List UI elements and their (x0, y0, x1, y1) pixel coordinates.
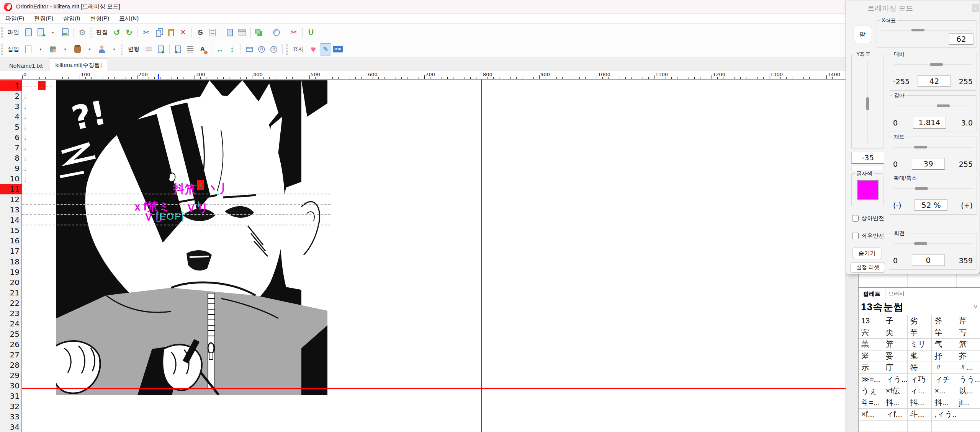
line-number-24[interactable]: 24 (0, 318, 22, 329)
menu-item-0[interactable]: 파일(F) (5, 15, 24, 22)
palette-cell[interactable]: 笄 (883, 339, 908, 350)
document-tab-0[interactable]: NoName1.txt (3, 60, 49, 71)
line-number-34[interactable]: 34 (0, 422, 22, 432)
line-number-30[interactable]: 30 (0, 381, 22, 391)
new-document-icon[interactable] (23, 26, 34, 39)
contrast-slider[interactable] (894, 64, 972, 65)
palette-cell[interactable]: 斧 (932, 315, 956, 327)
paste-icon[interactable] (165, 26, 177, 39)
x-slider-thumb[interactable] (911, 29, 924, 31)
line-number-6[interactable]: 6 (0, 132, 22, 142)
insert-page-icon[interactable] (23, 43, 34, 55)
palette-cell[interactable]: ィ... (908, 385, 932, 397)
menu-item-2[interactable]: 삽입(I) (63, 15, 80, 22)
palette-cell[interactable]: 斗... (908, 409, 932, 421)
line-number-12[interactable]: 12 (0, 194, 22, 205)
gamma-slider[interactable] (894, 106, 972, 106)
page-back-icon[interactable] (172, 43, 184, 55)
contrast-slider-thumb[interactable] (930, 63, 943, 66)
scissors-red-icon[interactable]: ✂ (288, 26, 299, 39)
palette-cell[interactable] (932, 421, 956, 432)
palette-cell[interactable]: 抖... (883, 397, 908, 409)
x-slider[interactable] (882, 30, 972, 31)
palette-cell[interactable]: 丂 (956, 327, 980, 339)
menu-item-1[interactable]: 편집(E) (34, 15, 53, 22)
line-number-23[interactable]: 23 (0, 308, 22, 318)
heart-icon[interactable]: ♥ (308, 43, 319, 55)
color-grid-icon[interactable] (47, 43, 59, 55)
zoom-plus[interactable]: (+) (961, 201, 973, 210)
line-number-10[interactable]: 10 (0, 174, 22, 184)
y-slider-thumb[interactable] (866, 97, 869, 110)
undo-u-icon[interactable]: U (305, 26, 317, 39)
align-toggle-button[interactable]: 팥 (854, 26, 871, 43)
palette-cell[interactable]: 抖... (932, 397, 956, 409)
palette-cell[interactable]: 羔 (859, 339, 883, 350)
reset-settings-button[interactable]: 설정 리셋 (851, 262, 885, 273)
palette-cell[interactable]: 〃... (956, 362, 980, 374)
palette-cell[interactable] (956, 409, 980, 421)
palette-cell[interactable]: ィチ (932, 374, 956, 386)
zoom-value-input[interactable]: 52 % (915, 199, 947, 211)
dropdown-caret-icon[interactable]: ▾ (35, 43, 46, 55)
html-badge-icon[interactable]: HTML (332, 43, 344, 55)
palette-cell[interactable]: 13 (859, 315, 883, 327)
palette-cell[interactable]: ≫=... (859, 374, 883, 386)
palette-cell[interactable]: ミリ (908, 339, 932, 350)
line-number-13[interactable]: 13 (0, 205, 22, 215)
flip-horizontal-box[interactable] (852, 233, 859, 239)
palette-cell[interactable]: 劣 (908, 315, 932, 327)
flip-vertical-checkbox[interactable]: 상하반전 (852, 215, 884, 222)
line-number-31[interactable]: 31 (0, 391, 22, 401)
line-number-2[interactable]: 2 (0, 91, 22, 101)
palette-cell[interactable]: 芹 (956, 315, 980, 327)
line-number-11[interactable]: 11 (0, 184, 22, 194)
palette-cell[interactable]: うぇ (859, 385, 883, 397)
text-color-swatch[interactable] (857, 180, 879, 200)
flip-horizontal-checkbox[interactable]: 좌우반전 (852, 232, 884, 240)
gamma-value-input[interactable]: 1.814 (913, 117, 946, 129)
line-number-1[interactable]: 1 (0, 80, 22, 91)
y-slider[interactable] (867, 60, 868, 142)
line-number-4[interactable]: 4 (0, 111, 22, 122)
palette-cell[interactable]: 子 (883, 315, 908, 327)
line-number-15[interactable]: 15 (0, 225, 22, 236)
line-number-17[interactable]: 17 (0, 246, 22, 256)
line-number-5[interactable]: 5 (0, 122, 22, 132)
x-value-input[interactable]: 62 (949, 33, 973, 45)
editor-canvas[interactable]: 1234567891011121314151617181920212223242… (0, 80, 846, 432)
dropdown-caret-icon[interactable]: ▾ (59, 43, 71, 55)
dropdown-caret-icon[interactable]: ▾ (47, 26, 59, 39)
h-circle-icon[interactable]: H (268, 43, 280, 55)
align-lines-icon[interactable] (185, 43, 196, 55)
undo-icon[interactable]: ↺ (111, 26, 123, 39)
palette-cell[interactable]: 尖 (883, 327, 908, 339)
saturation-slider[interactable] (894, 147, 972, 148)
palette-cell[interactable] (956, 421, 980, 432)
save-document-icon[interactable] (59, 26, 71, 39)
palette-cell[interactable]: ×f伝 (883, 385, 908, 397)
palette-cell[interactable]: 庁 (883, 362, 908, 374)
line-number-32[interactable]: 32 (0, 401, 22, 412)
line-number-14[interactable]: 14 (0, 215, 22, 225)
palette-cell[interactable]: 以... (956, 385, 980, 397)
tab-palette[interactable]: 팔레트 (859, 289, 885, 299)
line-number-20[interactable]: 20 (0, 277, 22, 287)
line-number-26[interactable]: 26 (0, 339, 22, 350)
layout-split-icon[interactable] (244, 43, 255, 55)
palette-cell[interactable]: うう... (956, 374, 980, 386)
rotation-value-input[interactable]: 0 (912, 254, 945, 266)
rotation-slider-thumb[interactable] (914, 242, 927, 245)
settings-gear-icon[interactable]: ⚙ (77, 26, 88, 39)
palette-cell[interactable]: 符 (908, 362, 932, 374)
line-number-33[interactable]: 33 (0, 412, 22, 422)
palette-cell[interactable]: 示 (859, 362, 883, 374)
menu-item-3[interactable]: 변형(P) (90, 15, 109, 22)
saturation-value-input[interactable]: 39 (912, 158, 945, 170)
redo-icon[interactable]: ↻ (123, 26, 135, 39)
contrast-value-input[interactable]: 42 (918, 75, 951, 87)
arrow-vertical-icon[interactable]: ↕ (226, 43, 238, 55)
h-circle-icon[interactable]: H (256, 43, 267, 55)
document-tab-1[interactable]: killtera.mlt[수정됨] (49, 59, 108, 71)
palette-cell[interactable]: ィf... (883, 409, 908, 421)
